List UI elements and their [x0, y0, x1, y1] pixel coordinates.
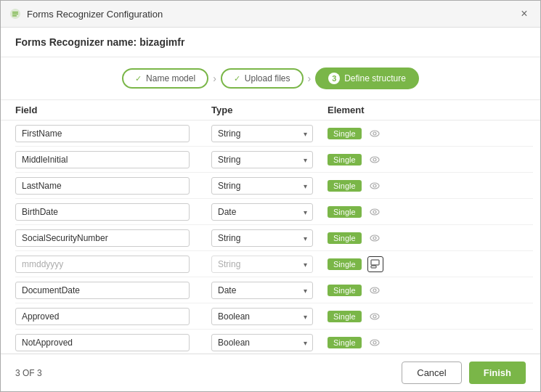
single-badge: Single: [328, 154, 362, 166]
eye-icon[interactable]: [367, 231, 382, 245]
type-select[interactable]: StringDateBooleanNumber: [211, 229, 313, 247]
eye-icon[interactable]: [367, 205, 382, 219]
type-cell: StringDateBooleanNumber▾: [211, 229, 328, 247]
eye-icon[interactable]: [367, 126, 382, 141]
svg-point-10: [370, 209, 379, 215]
type-cell: StringDateBooleanNumber▾: [211, 203, 328, 221]
dialog: Forms Recognizer Configuration × Forms R…: [0, 0, 541, 392]
svg-point-8: [370, 183, 379, 189]
type-select[interactable]: StringDateBooleanNumber: [211, 308, 313, 325]
field-cell: [15, 151, 211, 168]
field-input[interactable]: [15, 203, 190, 221]
svg-rect-14: [371, 266, 376, 268]
svg-point-12: [370, 235, 379, 241]
close-button[interactable]: ×: [517, 7, 532, 21]
table-row: StringDateBooleanNumber▾Single: [15, 251, 533, 277]
svg-point-13: [373, 237, 376, 240]
app-icon: [9, 8, 21, 20]
step-define-structure[interactable]: 3 Define structure: [315, 68, 419, 89]
type-cell: StringDateBooleanNumber▾: [211, 125, 328, 142]
col-field: Field: [15, 105, 211, 115]
col-element: Element: [328, 105, 415, 115]
field-cell: [15, 177, 211, 195]
edit-icon[interactable]: [367, 256, 383, 272]
svg-point-21: [373, 341, 376, 344]
table-row: StringDateBooleanNumber▾Single: [15, 199, 533, 225]
svg-point-20: [370, 340, 379, 346]
type-cell: StringDateBooleanNumber▾: [211, 308, 328, 325]
single-badge: Single: [328, 180, 362, 192]
svg-rect-3: [12, 15, 17, 17]
step-sep-1: ›: [213, 73, 216, 84]
step-upload-files[interactable]: ✓ Upload files: [221, 68, 304, 89]
eye-icon[interactable]: [367, 283, 382, 298]
finish-button[interactable]: Finish: [469, 362, 526, 384]
table-body: StringDateBooleanNumber▾Single StringDat…: [1, 121, 540, 354]
col-spacer: [415, 105, 526, 115]
step-3-num: 3: [328, 73, 340, 84]
svg-point-17: [373, 289, 376, 292]
field-cell: [15, 256, 211, 273]
single-badge: Single: [328, 285, 362, 296]
field-cell: [15, 282, 211, 299]
field-input[interactable]: [15, 334, 190, 351]
table-row: StringDateBooleanNumber▾Single: [15, 225, 533, 251]
element-cell: Single: [328, 152, 415, 167]
field-cell: [15, 334, 211, 351]
svg-point-19: [373, 315, 376, 318]
field-cell: [15, 125, 211, 142]
step-sep-2: ›: [308, 73, 312, 84]
page-counter: 3 OF 3: [15, 368, 42, 378]
step-name-model[interactable]: ✓ Name model: [122, 68, 208, 89]
element-cell: Single: [328, 179, 415, 193]
step-1-label: Name model: [146, 73, 195, 83]
element-cell: Single: [328, 256, 415, 272]
type-cell: StringDateBooleanNumber▾: [211, 177, 328, 195]
element-cell: Single: [328, 231, 415, 245]
type-select[interactable]: StringDateBooleanNumber: [211, 256, 313, 273]
field-input[interactable]: [15, 308, 190, 325]
form-name-value: bizagimfr: [139, 36, 184, 48]
field-input[interactable]: [15, 229, 190, 247]
svg-point-4: [370, 131, 379, 136]
table-row: StringDateBooleanNumber▾Single: [15, 121, 533, 147]
type-select[interactable]: StringDateBooleanNumber: [211, 334, 313, 351]
svg-point-7: [373, 158, 376, 161]
svg-rect-1: [12, 12, 18, 13]
cancel-button[interactable]: Cancel: [402, 362, 461, 384]
field-input[interactable]: [15, 282, 190, 299]
eye-icon[interactable]: [367, 179, 382, 193]
table-row: StringDateBooleanNumber▾Single: [15, 330, 533, 354]
type-select[interactable]: StringDateBooleanNumber: [211, 282, 313, 299]
step-3-label: Define structure: [344, 73, 406, 83]
table-header: Field Type Element: [1, 100, 540, 121]
type-cell: StringDateBooleanNumber▾: [211, 334, 328, 351]
dialog-title: Forms Recognizer Configuration: [27, 9, 163, 20]
type-select[interactable]: StringDateBooleanNumber: [211, 151, 313, 168]
type-select[interactable]: StringDateBooleanNumber: [211, 177, 313, 195]
single-badge: Single: [328, 337, 362, 348]
type-select[interactable]: StringDateBooleanNumber: [211, 203, 313, 221]
element-cell: Single: [328, 309, 415, 324]
field-input[interactable]: [15, 125, 190, 142]
field-input[interactable]: [15, 151, 190, 168]
svg-point-16: [370, 287, 379, 293]
element-cell: Single: [328, 205, 415, 219]
step-2-label: Upload files: [245, 73, 290, 83]
type-cell: StringDateBooleanNumber▾: [211, 282, 328, 299]
footer-buttons: Cancel Finish: [402, 362, 526, 384]
eye-icon[interactable]: [367, 309, 382, 324]
field-input[interactable]: [15, 177, 190, 195]
table-row: StringDateBooleanNumber▾Single: [15, 173, 533, 199]
title-bar-left: Forms Recognizer Configuration: [9, 8, 163, 20]
type-cell: StringDateBooleanNumber▾: [211, 256, 328, 273]
steps-row: ✓ Name model › ✓ Upload files › 3 Define…: [1, 57, 540, 100]
table-row: StringDateBooleanNumber▾Single: [15, 303, 533, 330]
type-select[interactable]: StringDateBooleanNumber: [211, 125, 313, 142]
svg-point-11: [373, 211, 376, 213]
element-cell: Single: [328, 283, 415, 298]
field-input[interactable]: [15, 256, 190, 273]
eye-icon[interactable]: [367, 152, 382, 167]
eye-icon[interactable]: [367, 335, 382, 350]
field-cell: [15, 308, 211, 325]
